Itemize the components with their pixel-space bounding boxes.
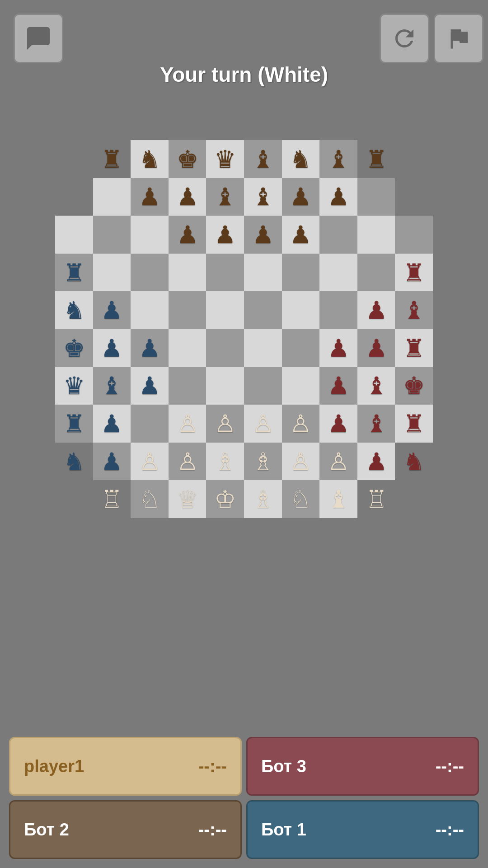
- cell-9-5[interactable]: ♗: [244, 480, 282, 518]
- cell-7-9[interactable]: ♜: [395, 405, 433, 443]
- cell-8-9[interactable]: ♞: [395, 443, 433, 481]
- cell-6-7[interactable]: ♟: [319, 367, 357, 405]
- cell-6-8[interactable]: ♝: [357, 367, 395, 405]
- cell-5-4[interactable]: [206, 329, 244, 367]
- cell-5-0[interactable]: ♚: [55, 329, 93, 367]
- cell-2-0[interactable]: [55, 216, 93, 254]
- chess-board[interactable]: ♜♞♚♛♝♞♝♜♟♟♝♝♟♟♟♟♟♟♜♜♞♟♟♝♚♟♟♟♟♜♛♝♟♟♝♚♜♟♙♙…: [55, 140, 433, 518]
- cell-9-3[interactable]: ♕: [169, 480, 206, 518]
- cell-0-8[interactable]: ♜: [357, 140, 395, 178]
- cell-5-5[interactable]: [244, 329, 282, 367]
- cell-4-8[interactable]: ♟: [357, 291, 395, 329]
- cell-4-1[interactable]: ♟: [93, 291, 131, 329]
- cell-8-5[interactable]: ♗: [244, 443, 282, 481]
- cell-3-4[interactable]: [206, 254, 244, 292]
- cell-3-5[interactable]: [244, 254, 282, 292]
- cell-2-3[interactable]: ♟: [169, 216, 206, 254]
- cell-5-9[interactable]: ♜: [395, 329, 433, 367]
- cell-5-8[interactable]: ♟: [357, 329, 395, 367]
- cell-7-5[interactable]: ♙: [244, 405, 282, 443]
- cell-9-6[interactable]: ♘: [282, 480, 320, 518]
- cell-7-4[interactable]: ♙: [206, 405, 244, 443]
- cell-5-6[interactable]: [282, 329, 320, 367]
- cell-6-9[interactable]: ♚: [395, 367, 433, 405]
- cell-0-4[interactable]: ♛: [206, 140, 244, 178]
- cell-5-1[interactable]: ♟: [93, 329, 131, 367]
- cell-9-2[interactable]: ♘: [131, 480, 169, 518]
- cell-1-8[interactable]: [357, 178, 395, 216]
- cell-0-0[interactable]: [55, 140, 93, 178]
- cell-3-3[interactable]: [169, 254, 206, 292]
- cell-8-1[interactable]: ♟: [93, 443, 131, 481]
- cell-6-4[interactable]: [206, 367, 244, 405]
- cell-8-2[interactable]: ♙: [131, 443, 169, 481]
- cell-1-2[interactable]: ♟: [131, 178, 169, 216]
- cell-5-3[interactable]: [169, 329, 206, 367]
- cell-1-4[interactable]: ♝: [206, 178, 244, 216]
- cell-1-5[interactable]: ♝: [244, 178, 282, 216]
- cell-7-3[interactable]: ♙: [169, 405, 206, 443]
- cell-7-1[interactable]: ♟: [93, 405, 131, 443]
- cell-7-7[interactable]: ♟: [319, 405, 357, 443]
- cell-4-7[interactable]: [319, 291, 357, 329]
- cell-3-2[interactable]: [131, 254, 169, 292]
- cell-5-7[interactable]: ♟: [319, 329, 357, 367]
- cell-9-7[interactable]: ♝: [319, 480, 357, 518]
- cell-3-9[interactable]: ♜: [395, 254, 433, 292]
- cell-1-7[interactable]: ♟: [319, 178, 357, 216]
- cell-8-8[interactable]: ♟: [357, 443, 395, 481]
- cell-6-1[interactable]: ♝: [93, 367, 131, 405]
- cell-4-3[interactable]: [169, 291, 206, 329]
- cell-2-1[interactable]: [93, 216, 131, 254]
- cell-0-5[interactable]: ♝: [244, 140, 282, 178]
- cell-8-6[interactable]: ♙: [282, 443, 320, 481]
- cell-1-3[interactable]: ♟: [169, 178, 206, 216]
- cell-3-8[interactable]: [357, 254, 395, 292]
- refresh-button[interactable]: [380, 14, 429, 63]
- cell-2-5[interactable]: ♟: [244, 216, 282, 254]
- cell-2-4[interactable]: ♟: [206, 216, 244, 254]
- cell-0-7[interactable]: ♝: [319, 140, 357, 178]
- cell-2-2[interactable]: [131, 216, 169, 254]
- cell-6-0[interactable]: ♛: [55, 367, 93, 405]
- cell-9-9[interactable]: [395, 480, 433, 518]
- cell-1-6[interactable]: ♟: [282, 178, 320, 216]
- cell-6-2[interactable]: ♟: [131, 367, 169, 405]
- cell-0-3[interactable]: ♚: [169, 140, 206, 178]
- cell-7-2[interactable]: [131, 405, 169, 443]
- cell-1-1[interactable]: [93, 178, 131, 216]
- cell-9-8[interactable]: ♖: [357, 480, 395, 518]
- cell-0-6[interactable]: ♞: [282, 140, 320, 178]
- cell-4-0[interactable]: ♞: [55, 291, 93, 329]
- cell-2-8[interactable]: [357, 216, 395, 254]
- cell-4-5[interactable]: [244, 291, 282, 329]
- cell-3-7[interactable]: [319, 254, 357, 292]
- cell-6-6[interactable]: [282, 367, 320, 405]
- cell-2-6[interactable]: ♟: [282, 216, 320, 254]
- cell-4-9[interactable]: ♝: [395, 291, 433, 329]
- cell-4-6[interactable]: [282, 291, 320, 329]
- cell-0-1[interactable]: ♜: [93, 140, 131, 178]
- cell-8-7[interactable]: ♙: [319, 443, 357, 481]
- cell-7-0[interactable]: ♜: [55, 405, 93, 443]
- cell-4-4[interactable]: [206, 291, 244, 329]
- cell-0-2[interactable]: ♞: [131, 140, 169, 178]
- cell-1-9[interactable]: [395, 178, 433, 216]
- cell-9-4[interactable]: ♔: [206, 480, 244, 518]
- cell-6-5[interactable]: [244, 367, 282, 405]
- cell-0-9[interactable]: [395, 140, 433, 178]
- cell-8-0[interactable]: ♞: [55, 443, 93, 481]
- cell-3-6[interactable]: [282, 254, 320, 292]
- cell-7-6[interactable]: ♙: [282, 405, 320, 443]
- flag-button[interactable]: [434, 14, 483, 63]
- cell-3-1[interactable]: [93, 254, 131, 292]
- cell-3-0[interactable]: ♜: [55, 254, 93, 292]
- cell-1-0[interactable]: [55, 178, 93, 216]
- cell-2-7[interactable]: [319, 216, 357, 254]
- chat-button[interactable]: [14, 14, 63, 63]
- cell-2-9[interactable]: [395, 216, 433, 254]
- cell-9-0[interactable]: [55, 480, 93, 518]
- cell-9-1[interactable]: ♖: [93, 480, 131, 518]
- cell-6-3[interactable]: [169, 367, 206, 405]
- cell-4-2[interactable]: [131, 291, 169, 329]
